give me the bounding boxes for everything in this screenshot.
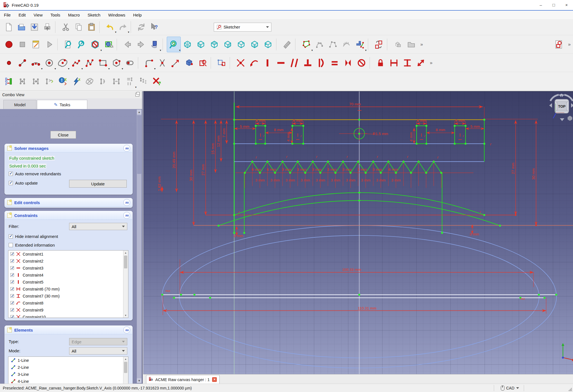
- minimize-button[interactable]: –: [534, 0, 547, 10]
- menu-view[interactable]: View: [30, 11, 46, 18]
- close-document-icon[interactable]: ×: [212, 377, 217, 382]
- bspline-knot-multiplicity-button[interactable]: ▾: [353, 37, 367, 52]
- create-circle-button[interactable]: ▾: [43, 55, 56, 70]
- select-dof-button[interactable]: DOF: [2, 74, 16, 89]
- constraint-row[interactable]: Constraint4: [8, 271, 128, 278]
- constraint-row[interactable]: Constraint5: [8, 278, 128, 285]
- bspline-degree-button[interactable]: [313, 37, 326, 52]
- create-line-button[interactable]: [16, 55, 29, 70]
- document-tab[interactable]: ACME Raw canvas hanger : 1 ×: [146, 375, 220, 384]
- workbench-selector[interactable]: Sketcher: [214, 23, 271, 32]
- constraint-lock-button[interactable]: [374, 55, 387, 70]
- auto-remove-redundants-checkbox[interactable]: [9, 172, 13, 176]
- view-right-button[interactable]: [221, 37, 234, 52]
- create-point-button[interactable]: [2, 55, 16, 70]
- constraint-checkbox[interactable]: [10, 301, 14, 305]
- macro-record-button[interactable]: [2, 37, 16, 52]
- nav-back-button[interactable]: [121, 37, 134, 52]
- view-axonometric-button[interactable]: [181, 37, 194, 52]
- constraint-horizontal-button[interactable]: [274, 55, 288, 70]
- constraint-row[interactable]: Constraint2: [8, 258, 128, 265]
- close-task-button[interactable]: Close: [50, 131, 76, 139]
- rendering-order-button[interactable]: [137, 74, 150, 89]
- menu-sketch[interactable]: Sketch: [84, 11, 104, 18]
- scroll-down-icon[interactable]: ▼: [137, 378, 142, 383]
- constraint-checkbox[interactable]: [10, 287, 14, 291]
- create-sketch-button[interactable]: [552, 37, 566, 52]
- element-row[interactable]: 3-Line: [8, 371, 128, 378]
- view-bottom-button[interactable]: [248, 37, 261, 52]
- constraint-checkbox[interactable]: [10, 315, 14, 318]
- view-rear-button[interactable]: [234, 37, 248, 52]
- select-unconstrained-dof-button[interactable]: [16, 74, 29, 89]
- collapse-icon[interactable]: ∧∧: [123, 145, 130, 152]
- undo-button[interactable]: ▾: [104, 20, 116, 34]
- constraint-perpendicular-button[interactable]: [301, 55, 314, 70]
- macro-stop-button[interactable]: [16, 37, 29, 52]
- constraint-checkbox[interactable]: [10, 252, 14, 256]
- undock-icon[interactable]: [135, 93, 139, 96]
- new-document-button[interactable]: [2, 20, 15, 34]
- symmetric-constraint-tools-button[interactable]: [110, 74, 123, 89]
- constraint-checkbox[interactable]: [10, 259, 14, 263]
- constraint-checkbox[interactable]: [10, 266, 14, 270]
- view-isometric-button[interactable]: ▾: [148, 37, 161, 52]
- constraint-equal-button[interactable]: [328, 55, 341, 70]
- macro-execute-button[interactable]: [43, 37, 56, 52]
- create-group-button[interactable]: [405, 37, 418, 52]
- constraint-block-button[interactable]: [355, 55, 368, 70]
- constraint-vertical-distance-button[interactable]: [401, 55, 414, 70]
- menu-windows[interactable]: Windows: [104, 11, 129, 18]
- constraint-coincident-button[interactable]: [234, 55, 247, 70]
- refresh-button[interactable]: [135, 20, 148, 34]
- toggle-driving-constraint-button[interactable]: [83, 74, 96, 89]
- create-rectangle-button[interactable]: ▾: [96, 55, 110, 70]
- open-document-button[interactable]: [15, 20, 28, 34]
- bspline-curvature-comb-button[interactable]: [340, 37, 353, 52]
- edit-sketch-button[interactable]: ▾: [299, 37, 313, 52]
- save-document-button[interactable]: [28, 20, 41, 34]
- elements-header[interactable]: Elements ∧∧: [5, 326, 132, 334]
- menu-file[interactable]: File: [0, 11, 15, 18]
- constraint-list-scrollbar[interactable]: ▴▾: [123, 251, 128, 318]
- measure-distance-button[interactable]: [280, 37, 294, 52]
- constraint-vertical-button[interactable]: [261, 55, 274, 70]
- constraint-distance-button[interactable]: [414, 55, 428, 70]
- menu-edit[interactable]: Edit: [15, 11, 30, 18]
- constraint-point-on-object-button[interactable]: [247, 55, 261, 70]
- whats-this-button[interactable]: ?: [148, 20, 161, 34]
- create-conic-button[interactable]: ▾: [56, 55, 69, 70]
- delete-all-constraints-button[interactable]: [150, 74, 163, 89]
- fit-all-button[interactable]: [62, 37, 75, 52]
- nav-forward-button[interactable]: [134, 37, 148, 52]
- cut-button[interactable]: [59, 20, 72, 34]
- create-fillet-button[interactable]: ▾: [142, 55, 156, 70]
- hide-internal-alignment-checkbox[interactable]: [9, 234, 13, 238]
- menu-macro[interactable]: Macro: [64, 11, 84, 18]
- external-geometry-button[interactable]: [182, 55, 196, 70]
- show-internal-geometry-button[interactable]: [96, 74, 110, 89]
- print-document-button[interactable]: [41, 20, 54, 34]
- create-polyline-button[interactable]: [83, 55, 96, 70]
- element-row[interactable]: 1-Line: [8, 357, 128, 364]
- constraint-row[interactable]: Constraint1: [8, 251, 128, 258]
- constraints-header[interactable]: Constraints ∧∧: [5, 211, 132, 220]
- extend-edge-button[interactable]: [169, 55, 182, 70]
- create-body-button[interactable]: [391, 37, 405, 52]
- box-element-selection-button[interactable]: [102, 37, 115, 52]
- update-button[interactable]: Update: [69, 180, 127, 188]
- fit-selection-button[interactable]: [75, 37, 88, 52]
- tab-model[interactable]: Model: [3, 100, 36, 109]
- create-slot-button[interactable]: [123, 55, 137, 70]
- menu-help[interactable]: Help: [129, 11, 146, 18]
- constraint-symmetric-button[interactable]: [341, 55, 355, 70]
- constraint-checkbox[interactable]: [10, 294, 14, 298]
- switch-virtual-space-button[interactable]: [372, 37, 386, 52]
- select-associated-constraints-button[interactable]: [29, 74, 43, 89]
- constraint-checkbox[interactable]: [10, 280, 14, 284]
- paste-button[interactable]: [85, 20, 98, 34]
- bspline-control-polygon-button[interactable]: [326, 37, 340, 52]
- create-arc-button[interactable]: ▾: [29, 55, 43, 70]
- view-front-button[interactable]: [194, 37, 208, 52]
- edit-controls-header[interactable]: Edit controls ∧∧: [5, 198, 132, 207]
